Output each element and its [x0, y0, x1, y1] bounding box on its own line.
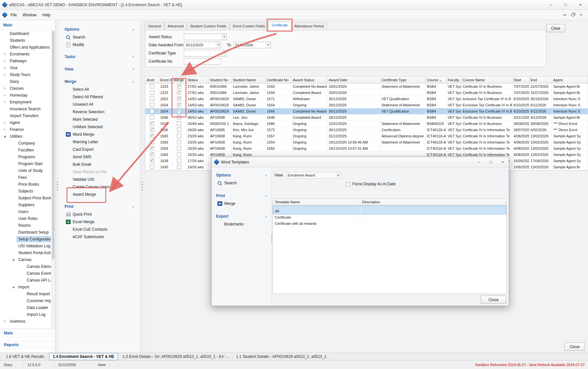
column-header[interactable]: Enrol #	[159, 77, 172, 83]
scrollbar-thumb[interactable]	[52, 31, 54, 259]
nav-item[interactable]: Mark Selected	[59, 115, 140, 123]
dialog-close-button[interactable]: Close	[481, 296, 506, 304]
nav-item[interactable]: Reverse Selection	[59, 108, 140, 115]
chevron-down-icon[interactable]: ▼	[222, 50, 227, 56]
sidebar-item[interactable]: USI Validation Log	[0, 242, 51, 249]
tab[interactable]: Student Custom Fields	[187, 22, 229, 30]
sidebar-item[interactable]: Canvas	[0, 256, 51, 263]
mdi-restore-icon[interactable]	[571, 14, 574, 16]
tree-expander-icon[interactable]	[4, 59, 8, 62]
dialog-maximize-button[interactable]: □	[485, 157, 497, 167]
sidebar-item[interactable]: Finance	[0, 126, 51, 133]
mdi-minimize-icon[interactable]	[563, 15, 566, 15]
nav-item[interactable]: Excel Merge	[59, 218, 140, 225]
tab[interactable]: Advanced	[164, 22, 187, 30]
merge-checkbox[interactable]	[177, 121, 181, 126]
sidebar-item[interactable]: Company	[0, 140, 51, 146]
nav-item[interactable]: Search	[212, 179, 272, 187]
menu-item[interactable]: File	[7, 11, 20, 19]
merge-checkbox[interactable]	[177, 109, 181, 113]
maximize-button[interactable]: □	[558, 0, 573, 9]
nav-item[interactable]: Word Merge	[59, 131, 140, 138]
nav-item[interactable]: Quick Print	[59, 210, 140, 218]
sidebar-item[interactable]: Import Log	[0, 311, 51, 318]
arvd-checkbox[interactable]	[150, 146, 154, 150]
enrolment-row[interactable]: 1323 27/52 wks R0010486 Lannister, Jaime…	[145, 89, 588, 96]
chevron-down-icon[interactable]: ▼	[222, 34, 227, 40]
enrolment-row[interactable]: 1583 23/26 wks AP10608 Kang, Rumi 1554 O…	[145, 139, 588, 145]
merge-checkbox[interactable]	[177, 165, 181, 169]
tree-expander-icon[interactable]	[4, 87, 8, 90]
nav-group-header[interactable]: Print	[212, 192, 272, 200]
tab[interactable]: Enrol Custom Fields	[229, 22, 268, 30]
sidebar-item[interactable]: Students	[0, 37, 51, 44]
sidebar-item[interactable]: Canvas API Log	[0, 277, 51, 284]
nav-group-header[interactable]: Tasks	[59, 53, 140, 61]
merge-checkbox[interactable]	[177, 140, 181, 144]
tree-expander-icon[interactable]	[4, 73, 8, 76]
tree-scrollbar[interactable]	[51, 30, 55, 329]
certificate-no-input[interactable]	[184, 58, 221, 65]
nav-group-header[interactable]: Print	[59, 203, 140, 210]
nav-item[interactable]: Card Export	[59, 146, 140, 153]
sidebar-item[interactable]: Enrolments	[0, 51, 51, 57]
content-close-button[interactable]: Close	[565, 343, 585, 351]
dialog-minimize-button[interactable]: –	[473, 157, 485, 167]
nav-item[interactable]: UnMark Selected	[59, 123, 140, 131]
nav-item[interactable]: Modify	[59, 41, 140, 48]
tree-expander-icon[interactable]	[4, 100, 8, 103]
merge-checkbox[interactable]	[177, 134, 181, 138]
sidebar-item[interactable]: Insurance Search	[0, 105, 51, 112]
nav-item[interactable]: Bookmarks	[212, 220, 272, 228]
sidebar-item[interactable]: Dashboard	[0, 30, 51, 37]
arvd-checkbox[interactable]	[150, 128, 154, 132]
sidebar-item[interactable]: Units of Study	[0, 167, 51, 174]
tree-expander-icon[interactable]	[4, 66, 8, 69]
template-row[interactable]: All	[273, 206, 506, 214]
enrolment-row[interactable]: 1652 14/52 wks AP0010629 SAMID, Duran 15…	[145, 96, 588, 102]
window-tab[interactable]: 1.4 Enrolment Search - VET & HE	[49, 353, 118, 360]
sidebar-item[interactable]: Fees	[0, 174, 51, 181]
column-header[interactable]: Merge	[172, 77, 186, 83]
sidebar-item[interactable]: Programs	[0, 153, 51, 160]
column-header[interactable]: Arvd	[145, 77, 159, 83]
sidebar-item[interactable]: Employment	[0, 99, 51, 105]
merge-checkbox[interactable]	[177, 146, 181, 150]
arvd-checkbox[interactable]	[150, 165, 154, 169]
sidebar-item[interactable]: Program Start	[0, 160, 51, 167]
nav-item[interactable]: Create Canvas Users	[59, 183, 140, 191]
view-select[interactable]: Enrolment Award ▼	[286, 172, 341, 178]
sidebar-item[interactable]: Agent	[0, 119, 51, 126]
merge-checkbox[interactable]	[177, 159, 181, 163]
tree-expander-icon[interactable]	[4, 94, 8, 97]
sidebar-item[interactable]: Setup Configuration	[0, 236, 51, 242]
sidebar-item[interactable]: Utilities	[0, 133, 51, 140]
enrolment-row[interactable]: 1654 14/53 wks AP0010629 SAMID, Duran 15…	[145, 108, 588, 114]
sidebar-item[interactable]: Result Import	[0, 290, 51, 297]
splitter-sidebar[interactable]	[55, 20, 59, 352]
sidebar-item[interactable]: Airport Transfers	[0, 112, 51, 119]
merge-checkbox[interactable]	[177, 90, 181, 95]
arvd-checkbox[interactable]	[150, 109, 154, 113]
column-header[interactable]: Award Status	[291, 77, 327, 83]
sidebar-item[interactable]: Faculties	[0, 146, 51, 153]
nav-item[interactable]: Select All	[59, 85, 140, 93]
tree-expander-icon[interactable]	[4, 135, 8, 138]
sidebar-item[interactable]: Suppliers	[0, 201, 51, 208]
sidebar-item[interactable]: Offers and Applications	[0, 44, 51, 51]
merge-checkbox[interactable]	[177, 103, 181, 107]
sidebar-item[interactable]: Data Loader	[0, 304, 51, 311]
column-header[interactable]: Agent	[552, 77, 588, 83]
nav-item[interactable]: eCAF Submission	[59, 233, 140, 240]
sidebar-item[interactable]: Customer Impo	[0, 297, 51, 304]
sidebar-item[interactable]: Study Tours	[0, 71, 51, 78]
sidebar-item[interactable]: Diary	[0, 78, 51, 85]
close-button[interactable]: ×	[573, 0, 588, 9]
arvd-checkbox[interactable]	[150, 90, 154, 95]
nav-item[interactable]: Save Photos to File	[59, 168, 140, 176]
nav-group-header[interactable]: Export	[212, 212, 272, 220]
tree-expander-icon[interactable]	[4, 121, 8, 124]
sidebar-group-main[interactable]: Main	[0, 329, 55, 337]
force-display-checkbox[interactable]	[346, 182, 350, 186]
enrolment-row[interactable]: 1583 23/26 wks AP10608 Kang, Rumi 1557 O…	[145, 133, 588, 139]
